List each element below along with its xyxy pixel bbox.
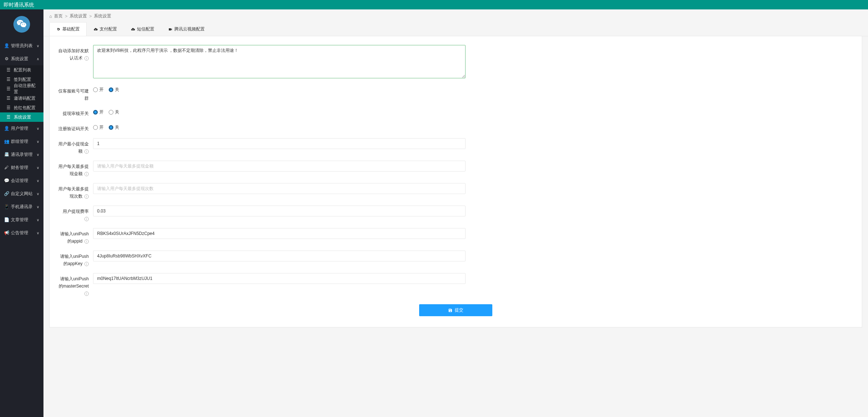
radio-off[interactable]: 关 [109,87,119,93]
list-icon: ☰ [7,67,11,73]
subitem-label: 邀请码配置 [14,95,36,102]
chevron-down-icon: ∨ [37,127,39,131]
chevron-down-icon: ∨ [37,140,39,144]
info-icon[interactable]: i [84,262,89,266]
nav-icon-3: 👥 [4,139,9,144]
list-icon: ☰ [7,115,11,120]
tabs-wrap: 基础配置支付配置短信配置腾讯云视频配置 [43,22,868,36]
withdraw-rate-input[interactable] [93,206,466,216]
withdraw-audit-radio: 开 关 [93,108,466,115]
nav-icon-2: 👤 [4,126,9,131]
subitem-label: 签到配置 [14,77,31,83]
logo-wrap [0,9,43,39]
sidebar-item-1[interactable]: ⚙系统设置∧ [0,52,43,65]
register-code-label: 注册验证码开关 [57,123,93,132]
chevron-down-icon: ∨ [37,218,39,222]
list-icon: ☰ [7,105,11,110]
sidebar-item-6[interactable]: 💬会话管理∨ [0,174,43,187]
radio-off[interactable]: 关 [109,124,119,131]
chevron-up-icon: ∧ [37,57,39,61]
daily-max-withdraw-times-input[interactable] [93,183,466,194]
unipush-appid-label: 请输入uniPush的appid i [57,228,93,245]
sidebar-subitem-1-0[interactable]: ☰配置列表 [0,65,43,75]
sidebar-item-8[interactable]: 📱手机通讯录∨ [0,200,43,213]
sidebar-subitem-1-2[interactable]: ☰自动注册配置 [0,84,43,94]
breadcrumb-level2: 系统设置 [94,13,111,19]
unipush-appkey-label: 请输入uniPush的appKey i [57,251,93,267]
cloud-up-icon [131,27,135,32]
sidebar-item-3[interactable]: 👥群组管理∨ [0,135,43,148]
tab-3[interactable]: 腾讯云视频配置 [161,22,212,36]
tab-label: 支付配置 [100,26,117,32]
info-icon[interactable]: i [84,194,89,199]
nav-icon-4: 📇 [4,152,9,157]
radio-off[interactable]: 关 [109,109,119,115]
sidebar-item-2[interactable]: 👤用户管理∨ [0,122,43,135]
chevron-down-icon: ∨ [37,153,39,157]
info-icon[interactable]: i [84,239,89,244]
tab-2[interactable]: 短信配置 [124,22,161,36]
sidebar-item-5[interactable]: 🖋财务管理∨ [0,161,43,174]
daily-max-withdraw-amount-input[interactable] [93,161,466,172]
unipush-master-secret-input[interactable] [93,273,466,284]
subitem-label: 配置列表 [14,67,31,73]
list-icon: ☰ [7,77,11,82]
form-panel: 自动添加好友默认话术 i 仅客服账号可建群 开 关 提现审核开关 [49,36,862,327]
save-icon [448,308,452,313]
nav-label: 管理员列表 [11,43,33,49]
sidebar-item-7[interactable]: 🔗自定义网站∨ [0,187,43,200]
unipush-appid-input[interactable] [93,228,466,239]
sidebar-subitem-1-5[interactable]: ☰系统设置 [0,112,43,122]
nav-label: 用户管理 [11,125,28,132]
sidebar-item-4[interactable]: 📇通讯录管理∨ [0,148,43,161]
info-icon[interactable]: i [84,56,89,61]
nav-icon-7: 🔗 [4,191,9,196]
sidebar-item-0[interactable]: 👤管理员列表∨ [0,39,43,52]
daily-max-withdraw-times-label: 用户每天最多提现次数 i [57,183,93,200]
info-icon[interactable]: i [84,217,89,221]
subitem-label: 系统设置 [14,114,31,120]
gear-icon [56,27,60,32]
auto-add-friend-textarea[interactable] [93,45,466,78]
sidebar-item-10[interactable]: 📢公告管理∨ [0,226,43,239]
tab-label: 短信配置 [137,26,154,32]
tab-1[interactable]: 支付配置 [87,22,124,36]
radio-on[interactable]: 开 [93,87,104,93]
nav-icon-1: ⚙ [4,56,9,61]
radio-on[interactable]: 开 [93,109,104,115]
nav-icon-8: 📱 [4,204,9,209]
nav-icon-0: 👤 [4,43,9,48]
breadcrumb-level1[interactable]: 系统设置 [70,13,87,19]
wechat-logo-icon [13,16,30,33]
sidebar-subitem-1-4[interactable]: ☰抢红包配置 [0,103,43,112]
nav-icon-10: 📢 [4,230,9,235]
nav-icon-9: 📄 [4,217,9,222]
subitem-label: 抢红包配置 [14,105,36,111]
chevron-down-icon: ∨ [37,205,39,209]
sidebar-item-9[interactable]: 📄文章管理∨ [0,213,43,226]
info-icon[interactable]: i [84,292,89,296]
chevron-down-icon: ∨ [37,179,39,183]
withdraw-rate-label: 用户提现费率 i [57,206,93,222]
info-icon[interactable]: i [84,172,89,176]
submit-button[interactable]: 提交 [419,304,492,316]
app-title: 即时通讯系统 [4,2,34,8]
nav-label: 文章管理 [11,217,28,223]
only-service-create-group-radio: 开 关 [93,85,466,93]
daily-max-withdraw-amount-label: 用户每天最多提现金额 i [57,161,93,177]
nav-icon-5: 🖋 [4,165,9,170]
tab-label: 腾讯云视频配置 [174,26,205,32]
breadcrumb-home[interactable]: 首页 [54,13,63,19]
nav-icon-6: 💬 [4,178,9,183]
chevron-down-icon: ∨ [37,166,39,170]
nav-label: 公告管理 [11,230,28,236]
radio-on[interactable]: 开 [93,124,104,131]
unipush-appkey-input[interactable] [93,251,466,261]
nav-label: 通讯录管理 [11,152,33,158]
home-icon: ⌂ [49,14,52,19]
nav-label: 群组管理 [11,139,28,145]
info-icon[interactable]: i [84,149,89,154]
topbar: 即时通讯系统 [0,0,868,9]
min-withdraw-input[interactable] [93,138,466,149]
tab-0[interactable]: 基础配置 [49,22,87,36]
